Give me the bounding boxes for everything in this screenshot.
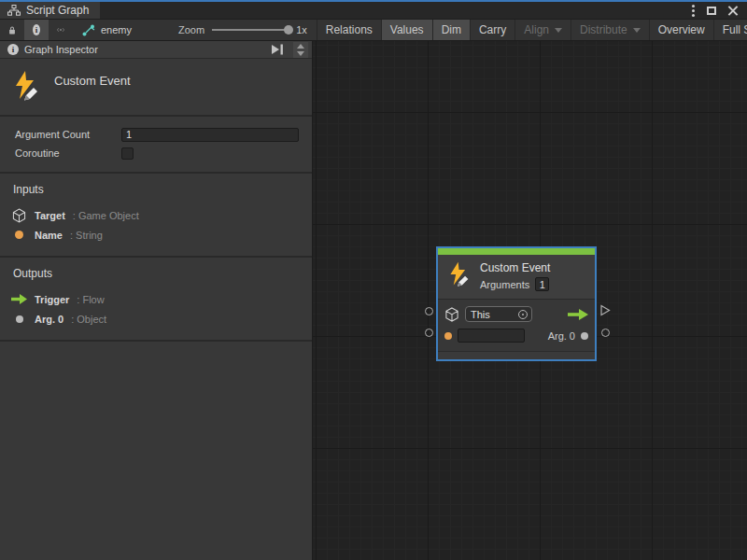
- graph-inspector-header: i Graph Inspector: [0, 41, 312, 59]
- port-name: Target: [35, 210, 65, 221]
- input-port-name[interactable]: [425, 329, 433, 337]
- port-row-target: Target : Game Object: [11, 205, 301, 225]
- inspector-empty-area: [0, 342, 312, 560]
- port-type: : Game Object: [73, 210, 139, 221]
- button-label: Align: [524, 23, 549, 36]
- breadcrumb-label: enemy: [101, 24, 132, 35]
- button-label: Full Screen: [723, 23, 747, 36]
- node-target-row: This: [444, 303, 588, 325]
- node-name-row: Arg. 0: [444, 325, 588, 346]
- node-arguments-input[interactable]: 1: [535, 277, 549, 291]
- event-name-input[interactable]: [458, 329, 525, 343]
- string-type-icon: [444, 332, 452, 340]
- object-pick-icon[interactable]: [518, 310, 528, 319]
- toolbar-button-group: Relations Values Dim Carry Align Distrib…: [317, 20, 747, 40]
- relations-button[interactable]: Relations: [317, 20, 382, 40]
- tab-title: Script Graph: [26, 4, 89, 17]
- port-type: : Object: [71, 314, 106, 325]
- graph-breadcrumb[interactable]: enemy: [73, 20, 141, 40]
- main-content: i Graph Inspector Custom Event Argum: [0, 41, 747, 560]
- argument-count-row: Argument Count 1: [15, 125, 299, 144]
- object-type-icon: [16, 315, 23, 323]
- button-label: Relations: [326, 23, 373, 36]
- port-type: : String: [70, 230, 103, 241]
- flow-arrow-icon: [11, 294, 27, 304]
- full-screen-button[interactable]: Full Screen: [714, 20, 747, 40]
- dim-button[interactable]: Dim: [433, 20, 471, 40]
- panel-scroll-stepper: [293, 42, 308, 58]
- info-icon: i: [7, 44, 19, 55]
- graph-canvas[interactable]: Custom Event Arguments 1 This: [313, 41, 747, 560]
- zoom-label: Zoom: [178, 24, 204, 35]
- port-name: Name: [35, 230, 63, 241]
- scroll-down-icon[interactable]: [297, 51, 304, 56]
- node-body: This Arg. 0: [438, 300, 595, 351]
- graph-inspector-panel: i Graph Inspector Custom Event Argum: [0, 41, 313, 560]
- object-type-icon: [581, 332, 588, 340]
- custom-event-icon: [446, 261, 472, 287]
- port-type: : Flow: [77, 294, 104, 305]
- values-button[interactable]: Values: [382, 20, 433, 40]
- node-event-color-bar: [438, 248, 595, 255]
- button-label: Values: [390, 23, 424, 36]
- button-label: Overview: [658, 23, 705, 36]
- unit-title-section: Custom Event: [0, 59, 312, 117]
- coroutine-row: Coroutine: [15, 144, 299, 162]
- code-preview-button[interactable]: [49, 20, 73, 40]
- custom-event-icon: [11, 70, 41, 102]
- output-port-arg0[interactable]: [601, 329, 610, 337]
- inputs-section: Inputs Target : Game Object Name : Strin…: [0, 174, 312, 258]
- argument-count-input[interactable]: 1: [121, 128, 299, 142]
- port-row-name: Name : String: [11, 225, 301, 245]
- tab-script-graph[interactable]: Script Graph: [0, 2, 100, 19]
- window-controls: [692, 2, 747, 19]
- zoom-slider[interactable]: [212, 29, 289, 31]
- dock-panel-icon[interactable]: [271, 44, 284, 55]
- graph-toolbar: i enemy Zoom 1x Relations Values Dim Car…: [0, 19, 747, 41]
- tab-bar: Script Graph: [0, 2, 747, 19]
- custom-event-node[interactable]: Custom Event Arguments 1 This: [436, 246, 597, 361]
- info-icon: i: [33, 24, 40, 35]
- coroutine-checkbox[interactable]: [121, 147, 134, 160]
- game-object-cube-icon: [444, 307, 459, 322]
- chevron-down-icon: [555, 28, 562, 33]
- arg0-label: Arg. 0: [548, 330, 575, 342]
- node-header[interactable]: Custom Event Arguments 1: [438, 255, 595, 300]
- port-row-arg0: Arg. 0 : Object: [11, 309, 301, 329]
- port-row-trigger: Trigger : Flow: [11, 289, 301, 309]
- overview-button[interactable]: Overview: [650, 20, 714, 40]
- button-label: Carry: [479, 23, 506, 36]
- inspector-toggle-button[interactable]: i: [24, 20, 49, 40]
- inputs-heading: Inputs: [13, 183, 301, 196]
- kebab-menu-icon[interactable]: [692, 9, 695, 12]
- input-port-target[interactable]: [425, 307, 433, 315]
- button-label: Distribute: [580, 23, 627, 36]
- argument-count-label: Argument Count: [15, 129, 121, 140]
- node-footer: [438, 351, 595, 359]
- unit-title: Custom Event: [54, 70, 131, 102]
- node-title: Custom Event: [480, 261, 550, 274]
- code-icon: [57, 25, 64, 35]
- carry-button[interactable]: Carry: [471, 20, 515, 40]
- maximize-icon[interactable]: [707, 7, 716, 15]
- game-object-cube-icon: [11, 208, 27, 223]
- align-dropdown[interactable]: Align: [515, 20, 571, 40]
- zoom-control: Zoom 1x: [141, 20, 317, 40]
- lock-button[interactable]: [0, 20, 24, 40]
- coroutine-label: Coroutine: [15, 147, 121, 159]
- flow-arrow-icon: [566, 309, 588, 320]
- outputs-heading: Outputs: [13, 267, 301, 280]
- graph-hierarchy-icon: [7, 5, 21, 16]
- close-icon[interactable]: [728, 6, 738, 15]
- node-arguments-label: Arguments: [480, 279, 529, 290]
- output-port-trigger[interactable]: [599, 303, 611, 320]
- target-object-picker[interactable]: This: [465, 306, 532, 322]
- distribute-dropdown[interactable]: Distribute: [571, 20, 650, 40]
- string-type-icon: [15, 231, 23, 239]
- zoom-value: 1x: [296, 24, 307, 35]
- panel-title: Graph Inspector: [24, 44, 265, 55]
- scroll-up-icon[interactable]: [297, 44, 304, 49]
- lock-icon: [8, 24, 16, 36]
- button-label: Dim: [442, 23, 461, 36]
- zoom-slider-handle[interactable]: [284, 25, 293, 35]
